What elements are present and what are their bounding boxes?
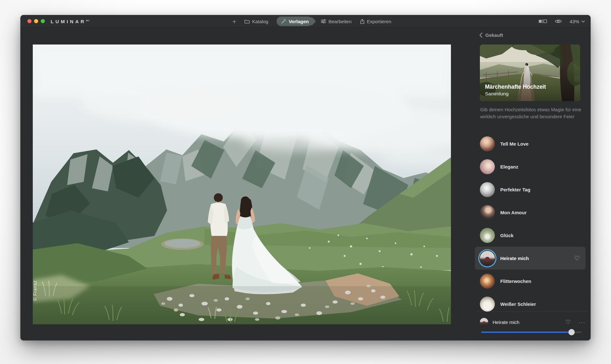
- more-options-icon[interactable]: ···: [579, 319, 586, 325]
- template-thumbnail: [480, 251, 495, 266]
- template-row-eleganz[interactable]: Eleganz: [475, 155, 586, 178]
- template-list: Tell Me Love Eleganz Perfekter Tag Mon A…: [475, 132, 586, 315]
- template-row-heirate-mich-selected[interactable]: Heirate mich ♡: [475, 247, 586, 270]
- template-row-flitterwochen[interactable]: Flitterwochen: [475, 270, 586, 292]
- eye-icon[interactable]: [555, 19, 562, 24]
- tab-vorlagen-active[interactable]: Vorlagen: [277, 17, 313, 26]
- sliders-icon: [321, 19, 326, 24]
- chevron-left-icon: [479, 32, 482, 38]
- template-label: Heirate mich: [500, 256, 529, 261]
- app-window: LUMINARAI + Katalog Vorlagen: [20, 15, 591, 340]
- minimize-window-button[interactable]: [34, 19, 38, 23]
- template-thumbnail: [480, 182, 495, 197]
- editor-canvas: © Fransz: [20, 28, 470, 340]
- tab-bearbeiten[interactable]: Bearbeiten: [321, 19, 352, 24]
- collection-subtitle: Sammlung: [485, 91, 546, 97]
- export-icon: [360, 19, 365, 24]
- template-thumbnail: [480, 205, 495, 220]
- template-row-weisser-schleier[interactable]: Weißer Schleier: [475, 292, 586, 315]
- tab-label: Exportieren: [367, 19, 391, 24]
- zoom-level-value: 43%: [570, 19, 579, 24]
- template-row-tell-me-love[interactable]: Tell Me Love: [475, 132, 586, 155]
- template-thumbnail: [480, 297, 495, 312]
- tab-label: Katalog: [252, 19, 268, 24]
- titlebar-right-controls: 43%: [538, 15, 585, 28]
- compare-icon[interactable]: [538, 19, 547, 24]
- template-label: Glück: [500, 233, 514, 238]
- zoom-window-button[interactable]: [41, 19, 45, 23]
- template-thumbnail: [480, 228, 495, 243]
- template-label: Weißer Schleier: [500, 301, 536, 307]
- template-label: Perfekter Tag: [500, 187, 530, 192]
- slider-fill: [481, 332, 572, 333]
- chevron-down-icon: [581, 20, 585, 23]
- titlebar: LUMINARAI + Katalog Vorlagen: [20, 15, 591, 28]
- app-logo: LUMINARAI: [51, 19, 90, 24]
- template-label: Mon Amour: [500, 210, 527, 215]
- close-window-button[interactable]: [27, 19, 32, 23]
- collection-title: Märchenhafte Hochzeit: [485, 83, 546, 91]
- favorite-heart-icon[interactable]: ♡: [574, 255, 580, 261]
- favorite-heart-icon[interactable]: ♡: [565, 319, 571, 325]
- slider-handle[interactable]: [568, 329, 575, 335]
- template-thumbnail: [480, 274, 495, 289]
- template-label: Flitterwochen: [500, 278, 531, 284]
- back-to-gekauft-button[interactable]: Gekauft: [479, 32, 503, 38]
- traffic-lights: [27, 19, 45, 23]
- template-thumbnail: [480, 159, 495, 174]
- photo-watermark: © Fransz: [33, 280, 38, 301]
- template-amount-slider[interactable]: [481, 329, 581, 335]
- collection-description: Gib deinen Hochzeitsfotos etwas Magie fü…: [480, 106, 582, 120]
- zoom-level-dropdown[interactable]: 43%: [570, 19, 585, 24]
- folder-icon: [244, 19, 250, 24]
- main-tabs: + Katalog Vorlagen: [232, 15, 391, 28]
- template-row-mon-amour[interactable]: Mon Amour: [475, 201, 586, 224]
- main-photo[interactable]: © Fransz: [33, 45, 451, 324]
- applied-template-thumbnail: [480, 318, 488, 326]
- applied-template-label: Heirate mich: [493, 319, 519, 325]
- add-photos-button[interactable]: +: [232, 18, 236, 25]
- tab-katalog[interactable]: Katalog: [244, 19, 268, 24]
- tab-exportieren[interactable]: Exportieren: [360, 19, 391, 24]
- sidebar-divider: [477, 312, 587, 312]
- template-row-perfekter-tag[interactable]: Perfekter Tag: [475, 178, 586, 201]
- applied-template-bar: Heirate mich ♡ ···: [480, 317, 586, 327]
- tab-label: Vorlagen: [289, 19, 309, 24]
- magic-wand-icon: [281, 18, 286, 24]
- templates-sidebar: Gekauft: [470, 28, 591, 340]
- collection-card[interactable]: Märchenhafte Hochzeit Sammlung: [480, 45, 580, 101]
- template-label: Eleganz: [500, 164, 518, 169]
- template-row-glueck[interactable]: Glück: [475, 224, 586, 247]
- wedding-couple-mountain-photo: [33, 45, 451, 324]
- template-thumbnail: [480, 136, 495, 151]
- back-label: Gekauft: [485, 32, 503, 38]
- tab-label: Bearbeiten: [328, 19, 352, 24]
- template-label: Tell Me Love: [500, 141, 529, 147]
